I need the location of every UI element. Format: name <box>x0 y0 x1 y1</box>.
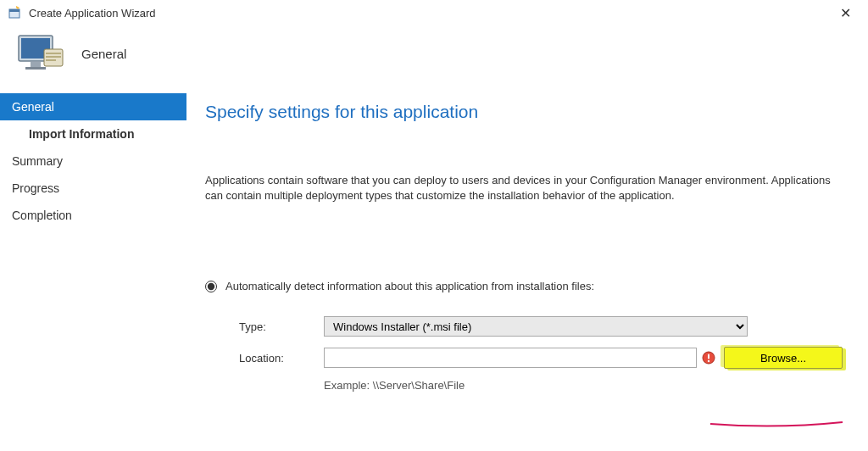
type-select[interactable]: Windows Installer (*.msi file) <box>324 316 748 337</box>
svg-rect-12 <box>708 354 709 359</box>
svg-point-13 <box>708 360 709 362</box>
sidebar-label: General <box>12 100 54 114</box>
svg-rect-8 <box>46 53 61 54</box>
sidebar-label: Import Information <box>29 127 134 141</box>
sidebar-label: Progress <box>12 181 59 195</box>
page-heading: Specify settings for this application <box>205 102 843 122</box>
close-button[interactable]: ✕ <box>833 3 858 23</box>
example-text: Example: \\Server\Share\File <box>205 379 843 392</box>
app-wizard-icon <box>8 6 22 19</box>
type-row: Type: Windows Installer (*.msi file) <box>205 316 843 337</box>
location-input[interactable] <box>324 348 697 368</box>
browse-button[interactable]: Browse... <box>724 347 843 369</box>
auto-detect-label[interactable]: Automatically detect information about t… <box>225 280 594 292</box>
wizard-header: General <box>0 25 868 90</box>
monitor-icon <box>17 32 64 75</box>
wizard-sidebar: General Import Information Summary Progr… <box>0 90 186 451</box>
sidebar-item-completion[interactable]: Completion <box>0 202 186 229</box>
sidebar-label: Completion <box>12 209 72 222</box>
auto-detect-radio[interactable] <box>205 281 217 292</box>
svg-marker-2 <box>16 6 19 9</box>
sidebar-item-import-information[interactable]: Import Information <box>0 120 186 148</box>
titlebar: Create Application Wizard ✕ <box>0 0 868 25</box>
svg-rect-10 <box>46 59 56 61</box>
type-label: Type: <box>239 320 324 333</box>
error-icon <box>702 351 715 365</box>
svg-rect-5 <box>31 62 41 67</box>
svg-rect-9 <box>46 56 61 58</box>
page-description: Applications contain software that you c… <box>205 173 832 203</box>
svg-rect-1 <box>9 9 19 12</box>
sidebar-label: Summary <box>12 154 63 168</box>
location-row: Location: Browse... <box>205 347 843 369</box>
auto-detect-radio-row: Automatically detect information about t… <box>205 280 843 292</box>
sidebar-item-general[interactable]: General <box>0 93 186 120</box>
main-panel: Specify settings for this application Ap… <box>186 90 868 451</box>
window-title: Create Application Wizard <box>29 7 156 19</box>
svg-rect-6 <box>25 67 46 70</box>
annotation-underline <box>709 419 844 429</box>
location-label: Location: <box>239 352 324 365</box>
step-title: General <box>81 47 126 61</box>
sidebar-item-progress[interactable]: Progress <box>0 175 186 202</box>
sidebar-item-summary[interactable]: Summary <box>0 148 186 175</box>
